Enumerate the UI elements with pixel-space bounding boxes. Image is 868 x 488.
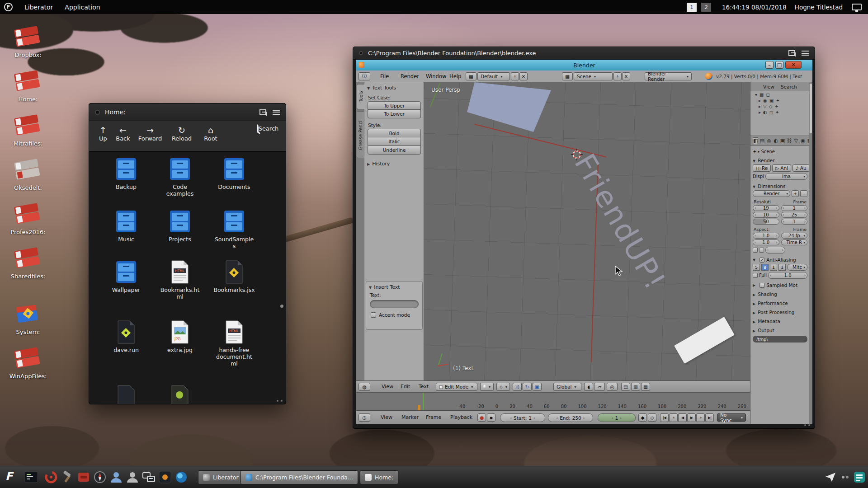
viewport-3d[interactable]: User Persp FriendUP! (1) Text xyxy=(424,82,750,380)
tab-render-layers[interactable]: ▤ xyxy=(760,138,765,144)
panel-anti-aliasing[interactable]: Anti-Aliasing xyxy=(753,257,807,263)
render-still-icon[interactable]: ▥ xyxy=(631,383,640,391)
file-soundsamples[interactable]: SoundSamples xyxy=(213,210,255,250)
frame-start-field[interactable]: 1 xyxy=(781,205,808,211)
send-icon[interactable] xyxy=(823,469,838,485)
preset-add-button[interactable]: ＋ xyxy=(792,190,799,197)
terminal-icon[interactable] xyxy=(24,469,39,485)
package-app-icon[interactable] xyxy=(76,469,91,485)
file-partial[interactable] xyxy=(159,385,201,404)
insert-text-input[interactable] xyxy=(370,300,419,308)
vp-menu-view[interactable]: View xyxy=(382,384,393,389)
tl-menu-marker[interactable]: Marker xyxy=(401,414,419,420)
start-frame-field[interactable]: Start:1 xyxy=(500,413,545,422)
outliner-row[interactable]: ▸◐◻✦ xyxy=(750,109,812,115)
desktop-icon-system[interactable]: System: xyxy=(5,301,51,335)
outliner-tab-search[interactable]: Search xyxy=(781,84,797,89)
outliner-tab-view[interactable]: View xyxy=(763,84,774,89)
reload-button[interactable]: ↻ Reload xyxy=(169,125,195,142)
tab-tools[interactable]: Tools xyxy=(357,84,364,109)
render-button[interactable]: ◫Re xyxy=(753,164,771,172)
scene-browse-icon[interactable]: ▦ xyxy=(562,72,573,80)
aa-samples-8[interactable]: 8 xyxy=(761,264,769,271)
tab-constraints[interactable]: ⛓ xyxy=(787,138,792,144)
panel-post-processing[interactable]: Post Processing xyxy=(753,310,807,315)
menu-render[interactable]: Render xyxy=(401,73,419,80)
snap-element-icon[interactable]: ▱ xyxy=(594,383,605,391)
blue-glow-app-icon[interactable] xyxy=(174,469,189,485)
aa-filter-selector[interactable]: Mitc xyxy=(787,264,807,271)
keying-set-icon[interactable]: ◆ xyxy=(638,413,647,422)
aa-samples-5[interactable]: 5 xyxy=(753,264,760,271)
search-button[interactable]: Search xyxy=(255,125,281,132)
frame-end-field[interactable]: 25 xyxy=(781,212,808,218)
displays-app-icon[interactable] xyxy=(141,469,156,485)
panel-shading[interactable]: Shading xyxy=(753,291,807,297)
proportional-edit-icon[interactable]: ◎ xyxy=(607,383,618,391)
minimize-icon[interactable] xyxy=(273,110,280,115)
aa-checkbox[interactable] xyxy=(760,258,764,263)
user-gray-icon[interactable] xyxy=(125,469,140,485)
desktop-icon-oksedelt[interactable]: Oksedelt: xyxy=(5,157,51,191)
friendup-logo-icon[interactable]: F xyxy=(5,470,13,483)
menu-application[interactable]: Application xyxy=(65,4,100,11)
panel-sampled-motion[interactable]: Sampled Mot xyxy=(753,282,807,288)
layout-add-button[interactable]: ＋ xyxy=(511,72,519,80)
app-minimize-button[interactable]: – xyxy=(765,61,774,69)
resolution-y-field[interactable]: 10 xyxy=(753,212,779,218)
file-handsfree-html[interactable]: HTML hands-free document.html xyxy=(213,320,255,367)
blender-app-titlebar[interactable]: Blender – □ ✕ xyxy=(356,60,812,70)
scene-add-button[interactable]: ＋ xyxy=(613,72,622,80)
tab-world[interactable]: ◐ xyxy=(773,138,778,144)
manipulator-translate-icon[interactable]: ⤨ xyxy=(513,383,522,391)
hammer-app-icon[interactable] xyxy=(60,469,75,485)
file-bookmarks-html[interactable]: HTML Bookmarks.html xyxy=(159,260,201,300)
tl-menu-playback[interactable]: Playback xyxy=(450,414,472,420)
media-app-icon[interactable] xyxy=(157,469,173,485)
desktop-icon-mitrafiles[interactable]: Mitrafiles: xyxy=(5,113,51,147)
engine-selector[interactable]: Blender Render xyxy=(645,72,692,80)
aspect-y-field[interactable]: 1.0 xyxy=(753,239,779,245)
render-preset-selector[interactable]: Render xyxy=(753,190,790,197)
file-code-examples[interactable]: Code examples xyxy=(159,157,201,197)
aspect-x-field[interactable]: 1.0 xyxy=(753,233,779,239)
resolution-percent-slider[interactable]: 50 xyxy=(753,219,779,225)
layout-browse-icon[interactable]: ▦ xyxy=(466,72,476,80)
filter-size-field[interactable]: 1.0 xyxy=(768,272,807,279)
autokey-lock-icon[interactable]: ▪ xyxy=(487,413,495,422)
workspace-2-button[interactable]: 2 xyxy=(701,3,711,12)
current-frame-field[interactable]: 1 xyxy=(598,413,636,422)
app-close-button[interactable]: ✕ xyxy=(785,61,802,69)
vp-menu-text[interactable]: Text xyxy=(419,384,429,389)
manipulator-rotate-icon[interactable]: ↻ xyxy=(523,383,532,391)
underline-button[interactable]: Underline xyxy=(368,146,421,155)
file-extra-jpg[interactable]: JPG extra.jpg xyxy=(159,320,201,354)
editor-type-icon[interactable]: ◷ xyxy=(359,413,370,422)
editor-type-icon[interactable]: ◍ xyxy=(359,383,370,391)
settings-tray-icon[interactable] xyxy=(837,469,853,485)
workspace-1-button[interactable]: 1 xyxy=(687,3,697,12)
keyframe-insert-icon[interactable]: ◇ xyxy=(648,413,656,422)
current-frame-line[interactable] xyxy=(423,393,424,410)
frame-step-field[interactable]: 1 xyxy=(781,219,808,225)
desktop-icon-sharedfiles[interactable]: Sharedfiles: xyxy=(5,246,51,280)
task-home[interactable]: Home: xyxy=(360,470,398,484)
display-icon[interactable] xyxy=(852,4,862,10)
full-sample-checkbox[interactable] xyxy=(753,273,758,278)
border-checkbox[interactable] xyxy=(753,248,758,253)
to-lower-button[interactable]: To Lower xyxy=(368,110,421,118)
stepper-field[interactable] xyxy=(765,247,785,253)
compass-app-icon[interactable] xyxy=(92,469,108,485)
accent-mode-checkbox[interactable] xyxy=(371,312,376,318)
next-keyframe-button[interactable]: » xyxy=(696,413,705,422)
fps-selector[interactable]: 24 fp xyxy=(781,233,808,239)
outliner-row[interactable]: ▸▽◇✦ xyxy=(750,103,812,109)
menu-file[interactable]: File xyxy=(380,73,389,80)
display-mode-selector[interactable]: Ima xyxy=(765,173,807,180)
tl-menu-frame[interactable]: Frame xyxy=(426,414,441,420)
to-upper-button[interactable]: To Upper xyxy=(368,101,421,110)
aa-samples-16[interactable]: 1 xyxy=(778,264,786,271)
swirl-app-icon[interactable] xyxy=(43,469,59,485)
shading-selector[interactable] xyxy=(480,383,494,391)
desktop-icon-winappfiles[interactable]: WinAppFiles: xyxy=(5,346,51,380)
